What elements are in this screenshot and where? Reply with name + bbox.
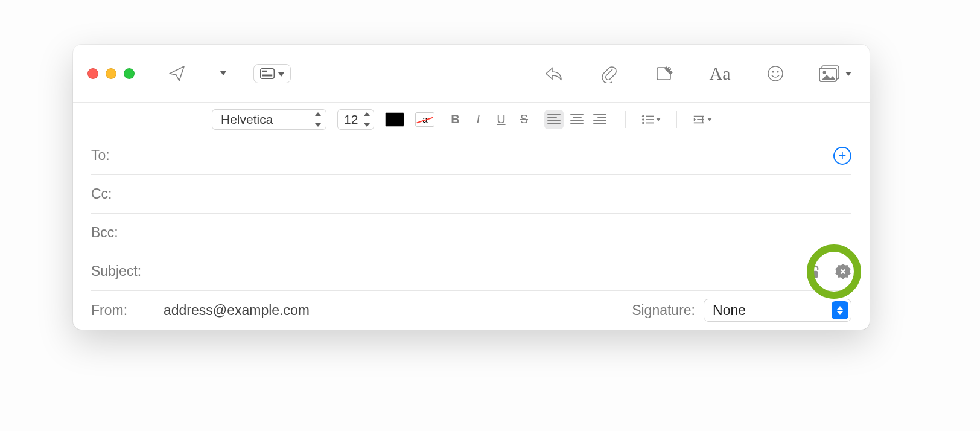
text-style-group: B I U S: [445, 110, 533, 129]
to-label: To:: [91, 147, 156, 164]
bcc-label: Bcc:: [91, 225, 156, 241]
from-row: From: address@example.com Signature: Non…: [91, 291, 851, 330]
attach-button[interactable]: [593, 58, 625, 89]
stepper-icon: [364, 112, 370, 127]
separator: [200, 63, 200, 84]
cc-input[interactable]: [156, 175, 851, 213]
svg-point-12: [642, 115, 644, 117]
font-family-value: Helvetica: [221, 112, 273, 127]
underline-button[interactable]: U: [491, 110, 511, 129]
bold-button[interactable]: B: [445, 110, 465, 129]
add-recipient-button[interactable]: +: [833, 147, 851, 165]
svg-rect-3: [262, 75, 273, 77]
svg-point-11: [823, 71, 826, 74]
bcc-input[interactable]: [156, 214, 851, 252]
emoji-button[interactable]: [760, 58, 791, 89]
window-minimize-button[interactable]: [106, 68, 116, 79]
background-color-swatch[interactable]: a: [415, 112, 434, 127]
photo-browser-button[interactable]: [815, 58, 855, 89]
svg-rect-2: [262, 74, 273, 75]
list-style-dropdown[interactable]: [641, 110, 661, 129]
svg-rect-17: [646, 122, 654, 123]
reply-icon: [544, 64, 563, 83]
header-fields: To: + Cc: Bcc: Subject:: [73, 136, 870, 330]
align-left-icon: [547, 114, 561, 124]
header-fields-dropdown[interactable]: [253, 64, 291, 83]
strike-button[interactable]: S: [514, 110, 533, 129]
plus-icon: +: [839, 149, 847, 162]
svg-point-6: [772, 71, 774, 72]
send-icon: [167, 64, 186, 83]
list-icon: [641, 113, 654, 126]
italic-button[interactable]: I: [468, 110, 488, 129]
svg-point-5: [768, 66, 783, 81]
traffic-lights: [88, 68, 135, 79]
align-right-button[interactable]: [590, 110, 609, 129]
reply-button[interactable]: [538, 58, 569, 89]
signature-label: Signature:: [632, 302, 695, 319]
cc-label: Cc:: [91, 186, 156, 202]
subject-row: Subject:: [91, 252, 851, 291]
to-row: To: +: [91, 136, 851, 175]
format-bar: Helvetica 12 a B I U S: [73, 103, 870, 136]
window-zoom-button[interactable]: [124, 68, 135, 79]
photo-icon: [819, 64, 843, 83]
window-close-button[interactable]: [88, 68, 98, 79]
format-button[interactable]: Aa: [704, 58, 736, 89]
font-size-value: 12: [344, 112, 358, 127]
indent-icon: [693, 113, 705, 126]
svg-point-16: [642, 121, 644, 124]
align-center-icon: [570, 114, 584, 124]
subject-input[interactable]: [156, 252, 804, 290]
align-center-button[interactable]: [567, 110, 587, 129]
compose-window: Aa: [73, 45, 870, 330]
separator: [625, 111, 626, 128]
from-label: From:: [91, 302, 156, 319]
chevron-down-icon: [845, 69, 851, 78]
font-family-select[interactable]: Helvetica: [212, 109, 326, 130]
chevron-down-icon: [278, 68, 284, 79]
seal-icon: [835, 263, 851, 280]
header-fields-icon: [260, 68, 275, 79]
markup-icon: [655, 64, 674, 83]
stepper-icon: [315, 112, 321, 127]
text-color-swatch[interactable]: [385, 112, 404, 127]
swatch-letter: a: [422, 114, 427, 124]
paperclip-icon: [599, 64, 619, 83]
signing-button[interactable]: [835, 263, 851, 280]
signature-value: None: [713, 302, 746, 319]
indent-dropdown[interactable]: [693, 110, 712, 129]
align-right-icon: [593, 114, 606, 124]
send-options-dropdown[interactable]: [208, 58, 239, 89]
stepper-icon: [832, 301, 848, 319]
svg-point-7: [777, 71, 778, 72]
svg-rect-13: [646, 115, 654, 117]
alignment-group: [544, 110, 609, 129]
bcc-row: Bcc:: [91, 214, 851, 252]
emoji-icon: [766, 64, 785, 83]
separator: [676, 111, 677, 128]
font-size-select[interactable]: 12: [337, 109, 374, 130]
signature-select[interactable]: None: [704, 299, 851, 322]
from-value[interactable]: address@example.com: [164, 302, 310, 319]
encryption-button[interactable]: [804, 263, 821, 280]
svg-rect-1: [262, 70, 267, 72]
cc-row: Cc:: [91, 175, 851, 214]
titlebar: Aa: [73, 45, 870, 103]
svg-rect-19: [808, 270, 818, 278]
svg-point-14: [642, 118, 644, 121]
subject-label: Subject:: [91, 263, 156, 279]
send-button[interactable]: [161, 58, 192, 89]
markup-button[interactable]: [649, 58, 680, 89]
toolbar-right: Aa: [538, 58, 855, 89]
to-input[interactable]: [156, 136, 833, 174]
align-left-button[interactable]: [544, 110, 564, 129]
svg-rect-15: [646, 119, 654, 120]
unlock-icon: [804, 263, 821, 280]
